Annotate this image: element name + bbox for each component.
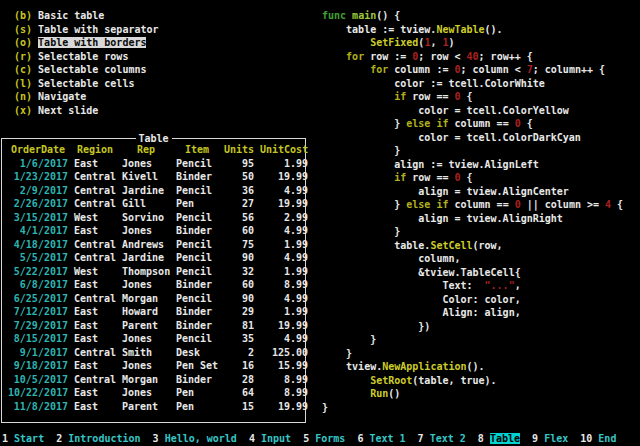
table-cell: Central — [74, 373, 116, 387]
slide-number: 7 — [418, 433, 424, 444]
slide-indicator[interactable]: 5 Forms — [303, 433, 345, 444]
slide-indicator[interactable]: 10 End — [580, 433, 616, 444]
table-cell: Pencil — [176, 157, 218, 171]
table-cell: Smith — [122, 346, 170, 360]
table-cell: 3/15/2017 — [8, 211, 68, 225]
table-cell: Jones — [122, 359, 170, 373]
code-token: } — [322, 402, 328, 413]
table-cell: 2/26/2017 — [8, 197, 68, 211]
code-token: align := tview.AlignLeft — [322, 159, 539, 170]
menu-item[interactable]: (l) Selectable cells — [14, 77, 159, 91]
code-token: (). — [467, 361, 485, 372]
slide-number: 4 — [249, 433, 255, 444]
table-cell: 4.99 — [260, 224, 308, 238]
table-row: 5/22/2017WestThompsonPencil321.99 — [8, 265, 303, 279]
code-token — [322, 375, 370, 386]
table-cell: East — [74, 278, 116, 292]
slide-indicator[interactable]: 2 Introduction — [56, 433, 140, 444]
table-cell: 1.99 — [260, 157, 308, 171]
slide-number: 1 — [2, 433, 8, 444]
slide-label: Text 1 — [369, 433, 405, 444]
code-token: ; row++ { — [479, 51, 533, 62]
table-cell: 32 — [224, 265, 254, 279]
slide-indicator[interactable]: 4 Input — [249, 433, 291, 444]
menu-item[interactable]: (x) Next slide — [14, 104, 159, 118]
table-cell: 50 — [224, 170, 254, 184]
table-cell: Central — [74, 197, 116, 211]
code-token: row := — [364, 51, 412, 62]
code-token: align = tview.AlignRight — [322, 213, 563, 224]
slide-indicator[interactable]: 7 Text 2 — [418, 433, 466, 444]
code-token: { — [461, 172, 473, 183]
code-line: color = tcell.ColorDarkCyan — [322, 131, 623, 145]
table-cell: 6/8/2017 — [8, 278, 68, 292]
table-header-cell: Region — [74, 143, 116, 157]
table-cell: 36 — [224, 184, 254, 198]
table-cell: Jones — [122, 157, 170, 171]
table-cell: Desk — [176, 346, 218, 360]
table-cell: 5/22/2017 — [8, 265, 68, 279]
table-cell: Pencil — [176, 251, 218, 265]
menu-item[interactable]: (n) Navigate — [14, 90, 159, 104]
menu-item[interactable]: (o) Table with borders — [14, 36, 159, 50]
slide-indicator[interactable]: 9 Flex — [532, 433, 568, 444]
code-line: Run() — [322, 387, 623, 401]
slide-indicator[interactable]: 6 Text 1 — [357, 433, 405, 444]
table-cell: Kivell — [122, 170, 170, 184]
table-cell: 35 — [224, 332, 254, 346]
code-token: , — [515, 280, 521, 291]
code-line: } — [322, 347, 623, 361]
table-cell: Pencil — [176, 184, 218, 198]
table-cell: Morgan — [122, 292, 170, 306]
code-line: for column := 0; column < 7; column++ { — [322, 63, 623, 77]
table-cell: 11/8/2017 — [8, 400, 68, 414]
table-cell: 4.99 — [260, 184, 308, 198]
table-cell: East — [74, 157, 116, 171]
table-row: 7/29/2017EastParentBinder8119.99 — [8, 319, 303, 333]
code-token: || column >= — [521, 199, 605, 210]
table-cell: Binder — [176, 319, 218, 333]
code-token: { — [461, 91, 473, 102]
code-token: "..." — [485, 280, 515, 291]
table-cell: 4.99 — [260, 332, 308, 346]
code-token: main — [352, 10, 376, 21]
slide-number: 9 — [532, 433, 538, 444]
slide-indicator[interactable]: 3 Hello, world — [153, 433, 237, 444]
table-cell: 56 — [224, 211, 254, 225]
table-cell: East — [74, 359, 116, 373]
table-cell: 29 — [224, 305, 254, 319]
code-line: } — [322, 225, 623, 239]
code-line: Text: "...", — [322, 279, 623, 293]
table-cell: 81 — [224, 319, 254, 333]
menu-item[interactable]: (b) Basic table — [14, 9, 159, 23]
table-row: 3/15/2017WestSorvinoPencil562.99 — [8, 211, 303, 225]
table-cell: East — [74, 319, 116, 333]
table-cell: 1.99 — [260, 265, 308, 279]
table-cell: Pencil — [176, 238, 218, 252]
table-cell: 4.99 — [260, 251, 308, 265]
code-line: align := tview.AlignLeft — [322, 158, 623, 172]
table-cell: 1.99 — [260, 305, 308, 319]
table-cell: 60 — [224, 224, 254, 238]
menu-item[interactable]: (r) Selectable rows — [14, 50, 159, 64]
table-row: 1/23/2017CentralKivellBinder5019.99 — [8, 170, 303, 184]
menu-item-label: Next slide — [38, 105, 98, 116]
table-cell: 2.99 — [260, 211, 308, 225]
code-token: Align: align, — [322, 307, 521, 318]
table-cell: Gill — [122, 197, 170, 211]
table-cell: Central — [74, 238, 116, 252]
code-line: }) — [322, 320, 623, 334]
menu-item[interactable]: (c) Selectable columns — [14, 63, 159, 77]
table-header-cell: OrderDate — [8, 143, 68, 157]
slide-indicator[interactable]: 8 Table — [478, 433, 520, 444]
code-line: Color: color, — [322, 293, 623, 307]
table-cell: Pen — [176, 400, 218, 414]
table-row: 6/25/2017CentralMorganPencil904.99 — [8, 292, 303, 306]
code-token: &tview.TableCell{ — [322, 267, 521, 278]
menu-shortcut-key: (s) — [14, 24, 32, 35]
code-token: (row, — [473, 240, 503, 251]
table-row: 9/1/2017CentralSmithDesk2125.00 — [8, 346, 303, 360]
menu-item[interactable]: (s) Table with separator — [14, 23, 159, 37]
code-token: table := tview. — [322, 24, 436, 35]
slide-indicator[interactable]: 1 Start — [2, 433, 44, 444]
